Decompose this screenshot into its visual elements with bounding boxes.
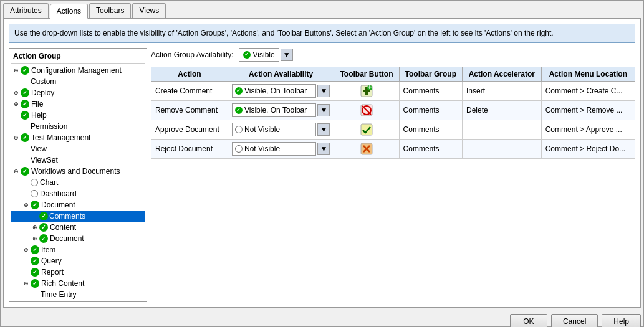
tree-item-report[interactable]: Report — [11, 267, 145, 278]
label-richcontent: Rich Content — [41, 279, 84, 288]
label-dashboard: Dashboard — [40, 189, 77, 198]
menu-location-1: Comment > Create C... — [541, 81, 635, 100]
tab-toolbars[interactable]: Toolbars — [89, 3, 131, 18]
avail-arrow-2[interactable]: ▼ — [317, 104, 330, 116]
action-group-title: Action Group — [11, 50, 145, 64]
actions-table-container: Action Action Availability Toolbar Butto… — [151, 67, 635, 302]
ok-button[interactable]: OK — [510, 314, 547, 327]
accelerator-4 — [462, 139, 541, 158]
tree-item-document-grp[interactable]: ⊖ Document — [11, 199, 145, 211]
expand-cfg[interactable]: ⊕ — [12, 67, 21, 73]
label-timeentry: Time Entry — [41, 290, 77, 299]
expand-document-grp[interactable]: ⊖ — [22, 202, 31, 208]
check-document-grp — [31, 201, 39, 209]
expand-deploy[interactable]: ⊕ — [12, 90, 21, 96]
content-area: Use the drop-down lists to enable the vi… — [3, 18, 641, 308]
visible-dropdown-arrow[interactable]: ▼ — [281, 49, 293, 61]
tab-actions[interactable]: Actions — [50, 4, 88, 19]
visible-dropdown[interactable]: ✓ Visible — [239, 48, 279, 62]
toolbar-btn-4[interactable] — [334, 139, 399, 158]
check-help — [21, 111, 29, 120]
expand-file[interactable]: ⊕ — [12, 101, 21, 107]
check-richcontent — [31, 279, 39, 288]
check-document-sub — [39, 234, 48, 243]
radio-dashboard — [31, 190, 38, 197]
tree-item-permission[interactable]: Permission — [11, 121, 145, 132]
avail-check-1: ✓ — [235, 87, 243, 95]
avail-label-1: Visible, On Toolbar — [244, 87, 307, 95]
avail-select-1[interactable]: ✓ Visible, On Toolbar — [232, 84, 316, 98]
action-availability[interactable]: Not Visible ▼ — [228, 120, 334, 139]
tree-item-viewset[interactable]: ViewSet — [11, 154, 145, 166]
avail-select-3[interactable]: Not Visible — [232, 123, 316, 136]
action-group-tree: Action Group ⊕ Configuration Management … — [9, 48, 147, 302]
tree-item-comments[interactable]: ✓ Comments — [11, 211, 145, 222]
label-testmgmt: Test Management — [31, 133, 90, 142]
tree-item-view[interactable]: View — [11, 143, 145, 154]
accelerator-2: Delete — [462, 100, 541, 120]
tree-item-content-grp[interactable]: ⊕ Content — [11, 222, 145, 233]
tree-item-chart[interactable]: Chart — [11, 177, 145, 188]
toolbar-icon-approve[interactable] — [360, 123, 373, 136]
col-toolbar-grp: Toolbar Group — [399, 67, 462, 81]
action-availability[interactable]: ✓ Visible, On Toolbar ▼ — [228, 100, 334, 120]
toolbar-icon-remove[interactable] — [360, 103, 373, 117]
actions-table: Action Action Availability Toolbar Butto… — [151, 67, 635, 159]
expand-document-sub[interactable]: ⊕ — [31, 235, 39, 242]
tree-item-richcontent[interactable]: ⊕ Rich Content — [11, 278, 145, 289]
cancel-button[interactable]: Cancel — [551, 314, 598, 327]
avail-select-2[interactable]: ✓ Visible, On Toolbar — [232, 103, 316, 117]
avail-label-2: Visible, On Toolbar — [244, 106, 307, 115]
toolbar-icon-reject[interactable] — [360, 142, 373, 156]
menu-location-4: Comment > Reject Do... — [541, 139, 635, 158]
col-availability: Action Availability — [228, 67, 334, 81]
action-availability[interactable]: Not Visible ▼ — [228, 139, 334, 158]
tree-item-file[interactable]: ⊕ File — [11, 98, 145, 110]
tree-item-query[interactable]: Query — [11, 255, 145, 267]
table-row: Reject Document Not Visible ▼ — [151, 139, 635, 158]
label-help: Help — [31, 111, 47, 120]
toolbar-icon-add[interactable]: + — [360, 84, 373, 98]
menu-location-2: Comment > Remove ... — [541, 100, 635, 120]
visibility-control: ✓ Visible ▼ — [239, 48, 293, 62]
tree-item-timeentry[interactable]: Time Entry — [11, 289, 145, 300]
avail-arrow-4[interactable]: ▼ — [317, 143, 330, 155]
avail-arrow-1[interactable]: ▼ — [317, 85, 330, 97]
label-query: Query — [41, 257, 62, 265]
check-workflowsdocs — [21, 167, 29, 176]
help-button[interactable]: Help — [602, 314, 641, 327]
tab-attributes[interactable]: Attributes — [3, 3, 49, 18]
tree-item-help[interactable]: Help — [11, 110, 145, 121]
toolbar-btn-1[interactable]: + — [334, 81, 399, 100]
toolbar-grp-4: Comments — [399, 139, 462, 158]
expand-content-grp[interactable]: ⊕ — [31, 224, 39, 230]
label-content-grp: Content — [50, 223, 76, 232]
accelerator-1: Insert — [462, 81, 541, 100]
tree-item-dashboard[interactable]: Dashboard — [11, 188, 145, 199]
tree-item-workflowsdocs[interactable]: ⊖ Workflows and Documents — [11, 166, 145, 177]
tree-item-cfg[interactable]: ⊕ Configuration Management — [11, 65, 145, 76]
tab-views[interactable]: Views — [132, 3, 166, 18]
label-custom: Custom — [31, 77, 56, 86]
availability-row: Action Group Availability: ✓ Visible ▼ — [151, 48, 635, 62]
expand-item[interactable]: ⊕ — [22, 247, 31, 253]
tree-item-deploy[interactable]: ⊕ Deploy — [11, 87, 145, 98]
avail-check-2: ✓ — [235, 107, 243, 114]
toolbar-btn-2[interactable] — [334, 100, 399, 120]
tree-item-custom[interactable]: Custom — [11, 76, 145, 87]
check-file — [21, 100, 29, 108]
tree-item-testmgmt[interactable]: ⊕ Test Management — [11, 132, 145, 143]
avail-radio-3 — [235, 126, 243, 133]
avail-radio-4 — [235, 145, 243, 153]
action-availability[interactable]: ✓ Visible, On Toolbar ▼ — [228, 81, 334, 100]
label-viewset: ViewSet — [31, 156, 58, 164]
toolbar-btn-3[interactable] — [334, 120, 399, 139]
expand-testmgmt[interactable]: ⊕ — [12, 135, 21, 141]
expand-workflowsdocs[interactable]: ⊖ — [12, 168, 21, 174]
expand-richcontent[interactable]: ⊕ — [22, 280, 31, 287]
tree-item-document-sub[interactable]: ⊕ Document — [11, 233, 145, 244]
label-item: Item — [41, 245, 55, 254]
avail-select-4[interactable]: Not Visible — [232, 142, 316, 156]
avail-arrow-3[interactable]: ▼ — [317, 123, 330, 136]
tree-item-item[interactable]: ⊕ Item — [11, 244, 145, 255]
